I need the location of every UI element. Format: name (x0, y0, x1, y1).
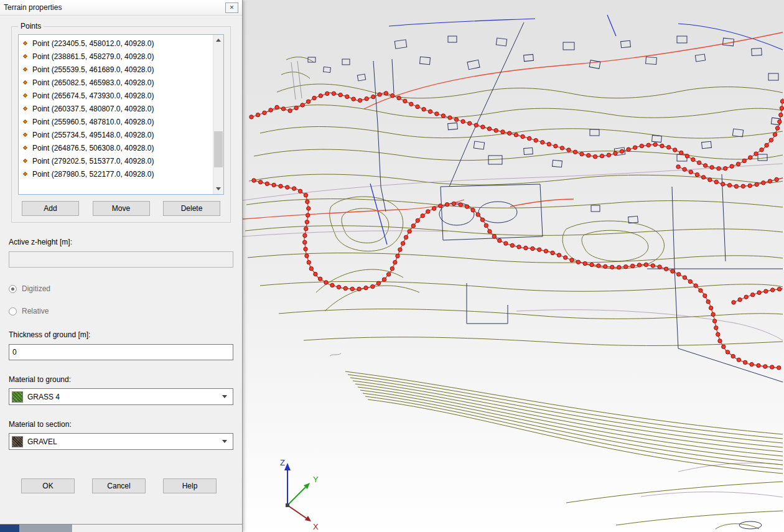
terrain-properties-dialog: Terrain properties ✕ Points Point (22340… (0, 0, 243, 532)
point-item-label: Point (260337.5, 480807.0, 40928.0) (32, 105, 154, 113)
add-button[interactable]: Add (22, 201, 79, 216)
dialog-title: Terrain properties (4, 3, 62, 12)
relative-radio-label: Relative (22, 307, 49, 315)
grass-texture-swatch (12, 391, 23, 403)
map-viewport[interactable]: Z Y X (243, 0, 784, 532)
point-item-label: Point (238861.5, 458279.0, 40928.0) (32, 52, 154, 61)
ok-button[interactable]: OK (21, 478, 75, 493)
point-diamond-icon (23, 41, 27, 45)
map-background (243, 0, 784, 532)
point-item[interactable]: Point (265082.5, 465983.0, 40928.0) (19, 76, 213, 89)
digitized-radio[interactable]: Digitized (9, 284, 233, 293)
arrow-up-icon (216, 39, 221, 42)
point-item[interactable]: Point (265674.5, 473930.0, 40928.0) (19, 89, 213, 102)
app-tab[interactable] (0, 525, 19, 532)
point-item[interactable]: Point (238861.5, 458279.0, 40928.0) (19, 50, 213, 63)
thickness-label: Thickness of ground [m]: (9, 330, 233, 339)
point-item[interactable]: Point (260337.5, 480807.0, 40928.0) (19, 102, 213, 115)
material-section-label: Material to section: (9, 420, 233, 429)
point-item-label: Point (255960.5, 487810.0, 40928.0) (32, 118, 154, 126)
active-z-label: Active z-height [m]: (9, 238, 233, 246)
points-group: Points Point (223405.5, 458012.0, 40928.… (11, 22, 231, 223)
point-diamond-icon (23, 80, 27, 85)
material-ground-value: GRASS 4 (27, 393, 60, 401)
digitized-radio-label: Digitized (22, 284, 50, 293)
point-diamond-icon (23, 54, 27, 58)
point-item-label: Point (255734.5, 495148.0, 40928.0) (32, 131, 154, 139)
points-group-label: Points (18, 22, 44, 30)
points-list: Point (223405.5, 458012.0, 40928.0)Point… (19, 35, 213, 194)
chevron-down-icon (222, 440, 227, 443)
point-item[interactable]: Point (255539.5, 461689.0, 40928.0) (19, 63, 213, 76)
y-axis-label: Y (313, 475, 319, 484)
terrain-map[interactable]: Z Y X (243, 0, 784, 532)
radio-checked-icon (9, 285, 17, 293)
z-axis-label: Z (280, 458, 285, 467)
point-item[interactable]: Point (255734.5, 495148.0, 40928.0) (19, 128, 213, 141)
points-scrollbar[interactable] (213, 35, 223, 194)
point-item-label: Point (265674.5, 473930.0, 40928.0) (32, 91, 154, 100)
axis-origin (286, 503, 289, 507)
material-section-value: GRAVEL (27, 437, 57, 446)
point-item-label: Point (265082.5, 465983.0, 40928.0) (32, 78, 154, 87)
points-listbox[interactable]: Point (223405.5, 458012.0, 40928.0)Point… (18, 34, 224, 195)
taskbar-segment (19, 525, 73, 532)
thickness-input[interactable] (9, 344, 233, 360)
point-diamond-icon (23, 67, 27, 72)
point-diamond-icon (23, 159, 27, 163)
point-diamond-icon (23, 93, 27, 98)
x-axis-label: X (313, 522, 319, 531)
close-button[interactable]: ✕ (225, 2, 238, 13)
point-item-label: Point (223405.5, 458012.0, 40928.0) (32, 39, 154, 48)
move-button[interactable]: Move (93, 201, 150, 216)
relative-radio[interactable]: Relative (9, 307, 233, 315)
scrollbar-track[interactable] (213, 45, 223, 184)
point-item[interactable]: Point (264876.5, 506308.0, 40928.0) (19, 141, 213, 154)
material-ground-select[interactable]: GRASS 4 (9, 388, 233, 405)
point-item-label: Point (264876.5, 506308.0, 40928.0) (32, 144, 154, 152)
gravel-texture-swatch (12, 436, 23, 447)
point-item-label: Point (255539.5, 461689.0, 40928.0) (32, 65, 154, 74)
point-item-label: Point (279202.5, 515377.0, 40928.0) (32, 157, 154, 166)
dialog-titlebar[interactable]: Terrain properties ✕ (0, 0, 242, 16)
delete-button[interactable]: Delete (163, 201, 220, 216)
cancel-button[interactable]: Cancel (92, 478, 146, 493)
point-diamond-icon (23, 119, 27, 124)
scrollbar-thumb[interactable] (214, 131, 223, 167)
point-item[interactable]: Point (255960.5, 487810.0, 40928.0) (19, 115, 213, 128)
taskbar-fragment (0, 524, 243, 532)
chevron-down-icon (222, 395, 227, 398)
point-item[interactable]: Point (287980.5, 522177.0, 40928.0) (19, 167, 213, 180)
point-diamond-icon (23, 146, 27, 150)
help-button[interactable]: Help (163, 478, 217, 493)
radio-unchecked-icon (9, 307, 17, 315)
point-item-label: Point (287980.5, 522177.0, 40928.0) (32, 170, 154, 179)
material-section-select[interactable]: GRAVEL (9, 433, 233, 450)
point-item[interactable]: Point (223405.5, 458012.0, 40928.0) (19, 37, 213, 50)
scroll-down-button[interactable] (213, 184, 223, 194)
active-z-input (9, 251, 233, 268)
close-icon: ✕ (230, 4, 235, 11)
arrow-down-icon (216, 187, 221, 190)
point-item[interactable]: Point (279202.5, 515377.0, 40928.0) (19, 154, 213, 167)
application-window: Terrain properties ✕ Points Point (22340… (0, 0, 784, 532)
material-ground-label: Material to ground: (9, 375, 233, 384)
point-diamond-icon (23, 106, 27, 111)
scroll-up-button[interactable] (213, 35, 223, 45)
point-diamond-icon (23, 172, 27, 176)
point-diamond-icon (23, 133, 27, 137)
